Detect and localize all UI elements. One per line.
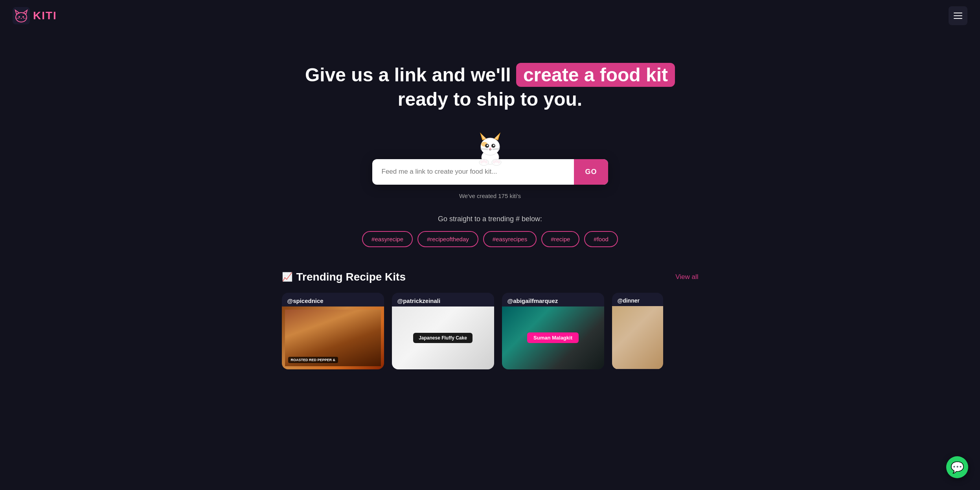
svg-point-4 — [18, 16, 20, 18]
trending-header: 📈 Trending Recipe Kits View all — [282, 271, 699, 283]
whatsapp-button[interactable]: 💬 — [946, 456, 968, 478]
whatsapp-icon: 💬 — [951, 461, 964, 474]
hashtags-prompt: Go straight to a trending # below: — [362, 215, 618, 223]
card-image-dinner — [612, 306, 663, 369]
svg-point-10 — [481, 138, 500, 155]
recipe-card-patrickzeinali[interactable]: @patrickzeinali Japanese Fluffy Cake — [392, 293, 494, 369]
card-image-patrickzeinali: Japanese Fluffy Cake — [392, 306, 494, 369]
menu-icon-line2 — [954, 15, 962, 16]
svg-point-32 — [498, 160, 500, 163]
kiti-counter: We've created 175 kiti's — [372, 193, 608, 199]
svg-point-6 — [21, 18, 22, 19]
hashtag-food[interactable]: #food — [584, 231, 618, 247]
hashtags-row: #easyrecipe #recipeoftheday #easyrecipes… — [362, 231, 618, 247]
hero-title: Give us a link and we'll create a food k… — [305, 63, 675, 112]
menu-icon-line1 — [954, 13, 962, 13]
logo-text: KITI — [33, 9, 57, 22]
hashtag-recipe[interactable]: #recipe — [541, 231, 579, 247]
logo-cat-icon — [13, 7, 30, 24]
logo[interactable]: KITI — [13, 7, 57, 24]
cat-mascot-icon — [471, 128, 510, 167]
mascot-container — [471, 128, 510, 167]
svg-point-18 — [487, 145, 488, 146]
svg-point-27 — [480, 160, 483, 163]
card-username-patrickzeinali: @patrickzeinali — [392, 293, 494, 306]
hero-title-before: Give us a link and we'll — [305, 64, 511, 85]
svg-point-31 — [495, 160, 498, 163]
card-username-abigailfmarquez: @abigailfmarquez — [502, 293, 604, 306]
trending-title: Trending Recipe Kits — [296, 271, 406, 283]
svg-point-5 — [22, 16, 24, 18]
hero-title-after: ready to ship to you. — [398, 89, 582, 110]
svg-point-29 — [485, 160, 487, 163]
main-content: Give us a link and we'll create a food k… — [0, 0, 980, 369]
card-label-spicednice: ROASTED RED PEPPER & — [288, 357, 338, 363]
recipe-card-abigailfmarquez[interactable]: @abigailfmarquez Suman Malagkit — [502, 293, 604, 369]
svg-point-28 — [483, 160, 485, 163]
cards-row: @spicednice ROASTED RED PEPPER & @patric… — [282, 293, 699, 369]
trending-section: 📈 Trending Recipe Kits View all @spicedn… — [274, 271, 706, 369]
card-label-patrickzeinali: Japanese Fluffy Cake — [413, 333, 473, 343]
hashtag-easyrecipes[interactable]: #easyrecipes — [483, 231, 537, 247]
go-button[interactable]: GO — [574, 159, 608, 185]
hashtags-section: Go straight to a trending # below: #easy… — [354, 215, 626, 247]
trending-icon: 📈 — [282, 272, 292, 282]
trending-title-row: 📈 Trending Recipe Kits — [282, 271, 406, 283]
view-all-link[interactable]: View all — [675, 273, 698, 281]
card-label-abigailfmarquez: Suman Malagkit — [527, 332, 579, 343]
hashtag-recipeoftheday[interactable]: #recipeoftheday — [417, 231, 478, 247]
hero-title-highlight: create a food kit — [516, 63, 675, 87]
recipe-card-dinner[interactable]: @dinner — [612, 293, 663, 369]
svg-point-19 — [493, 145, 495, 146]
hashtag-easyrecipe[interactable]: #easyrecipe — [362, 231, 413, 247]
svg-point-20 — [489, 148, 491, 149]
card-username-dinner: @dinner — [612, 293, 663, 306]
hero-section: Give us a link and we'll create a food k… — [297, 39, 683, 128]
header: KITI — [0, 0, 980, 31]
menu-button[interactable] — [949, 6, 967, 25]
recipe-card-spicednice[interactable]: @spicednice ROASTED RED PEPPER & — [282, 293, 384, 369]
card-image-abigailfmarquez: Suman Malagkit — [502, 306, 604, 369]
card-username-spicednice: @spicednice — [282, 293, 384, 306]
svg-point-30 — [493, 160, 495, 163]
menu-icon-line3 — [954, 18, 962, 19]
card-image-spicednice: ROASTED RED PEPPER & — [282, 306, 384, 369]
